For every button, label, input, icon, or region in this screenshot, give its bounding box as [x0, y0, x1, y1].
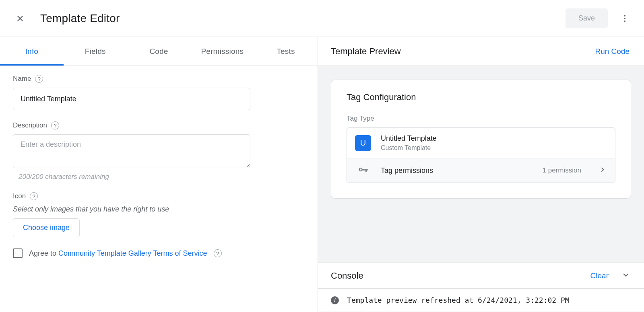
agree-checkbox[interactable] [13, 248, 23, 258]
description-input[interactable] [13, 134, 250, 168]
help-icon[interactable]: ? [51, 121, 59, 129]
right-pane: Template Preview Run Code Tag Configurat… [318, 37, 644, 312]
tab-bar: Info Fields Code Permissions Tests [0, 37, 318, 66]
svg-point-0 [624, 15, 625, 16]
run-code-button[interactable]: Run Code [593, 44, 631, 59]
name-input[interactable] [13, 88, 250, 110]
console-title: Console [331, 271, 590, 281]
info-icon: i [331, 296, 339, 304]
tag-subtype: Custom Template [381, 144, 607, 152]
card-title: Tag Configuration [347, 92, 615, 103]
page-title: Template Editor [40, 12, 566, 25]
svg-point-1 [624, 18, 625, 19]
agree-prefix: Agree to [29, 249, 58, 257]
help-icon[interactable]: ? [35, 75, 43, 83]
chevron-down-icon[interactable] [621, 270, 631, 282]
clear-button[interactable]: Clear [590, 271, 609, 280]
tab-tests[interactable]: Tests [254, 37, 318, 66]
permissions-count: 1 permission [543, 166, 581, 174]
template-letter-icon: U [355, 135, 371, 151]
help-icon[interactable]: ? [30, 192, 38, 200]
tag-name: Untitled Template [381, 134, 607, 143]
save-button[interactable]: Save [566, 8, 608, 28]
key-icon [355, 165, 371, 176]
tag-type-row[interactable]: U Untitled Template Custom Template [347, 128, 615, 158]
tab-code[interactable]: Code [127, 37, 191, 66]
preview-title: Template Preview [331, 46, 593, 57]
tag-configuration-card: Tag Configuration Tag Type U Untitled Te… [331, 80, 631, 199]
name-label: Name [13, 75, 31, 83]
help-icon[interactable]: ? [214, 249, 222, 257]
tab-permissions[interactable]: Permissions [190, 37, 254, 66]
console-message: Template preview refreshed at 6/24/2021,… [347, 296, 570, 304]
close-icon[interactable] [14, 13, 26, 24]
tab-info[interactable]: Info [0, 37, 64, 66]
tab-fields[interactable]: Fields [64, 37, 127, 66]
tag-permissions-row[interactable]: Tag permissions 1 permission [347, 158, 615, 183]
char-remaining: 200/200 characters remaining [19, 173, 305, 181]
tag-type-label: Tag Type [347, 115, 615, 123]
description-label: Description [13, 121, 47, 129]
svg-point-2 [624, 21, 625, 22]
left-pane: Info Fields Code Permissions Tests Name … [0, 37, 318, 312]
tos-link[interactable]: Community Template Gallery Terms of Serv… [58, 249, 207, 257]
choose-image-button[interactable]: Choose image [13, 218, 80, 237]
icon-hint: Select only images that you have the rig… [13, 205, 305, 213]
permissions-label: Tag permissions [381, 166, 533, 175]
chevron-right-icon [598, 165, 607, 176]
header: Template Editor Save [0, 0, 644, 37]
icon-label: Icon [13, 192, 26, 200]
more-menu-icon[interactable] [615, 9, 634, 28]
